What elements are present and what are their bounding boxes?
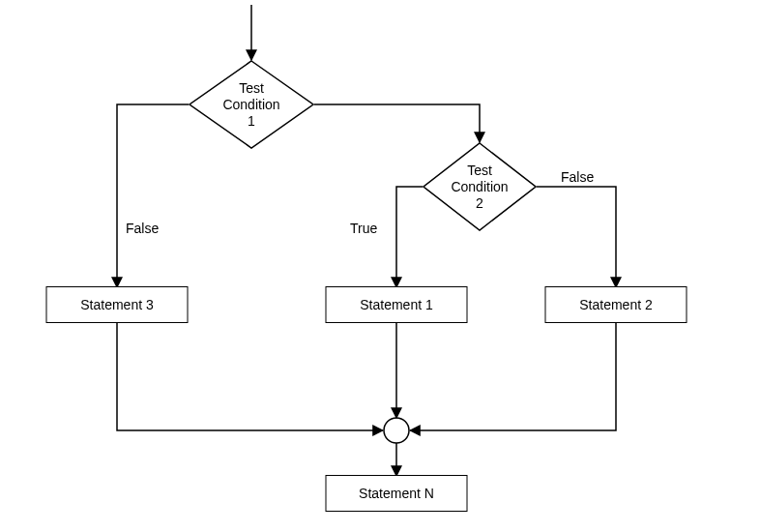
cond1-line3: 1	[248, 112, 255, 128]
process-statement-3-label: Statement 3	[80, 297, 154, 312]
process-statement-2: Statement 2	[545, 286, 687, 323]
arrow-s2-junction	[410, 322, 616, 430]
process-statement-1: Statement 1	[326, 286, 468, 323]
junction-circle	[384, 418, 409, 443]
arrow-s3-junction	[117, 322, 383, 430]
arrow-c1-s3	[117, 104, 189, 287]
flowchart-canvas: Test Condition 1 Test Condition 2 Statem…	[0, 0, 760, 532]
decision-condition-1-label: Test Condition 1	[222, 80, 279, 129]
cond2-line2: Condition	[451, 179, 508, 194]
decision-condition-1: Test Condition 1	[189, 60, 314, 149]
process-statement-n: Statement N	[326, 475, 468, 512]
process-statement-n-label: Statement N	[359, 486, 434, 501]
cond1-line1: Test	[239, 80, 264, 96]
cond2-line1: Test	[467, 163, 492, 178]
decision-condition-2-label: Test Condition 2	[451, 163, 508, 211]
cond2-line3: 2	[476, 194, 483, 210]
edge-label-true: True	[350, 221, 377, 236]
connector-layer	[0, 0, 760, 532]
edge-label-false-left: False	[126, 221, 159, 236]
decision-condition-2: Test Condition 2	[423, 142, 537, 231]
arrow-c2-s2	[537, 187, 616, 287]
process-statement-3: Statement 3	[46, 286, 189, 323]
process-statement-1-label: Statement 1	[360, 297, 433, 312]
cond1-line2: Condition	[222, 97, 279, 112]
arrow-c2-s1	[396, 187, 423, 287]
edge-label-false-right: False	[561, 169, 594, 185]
arrow-c1-c2	[314, 104, 480, 142]
process-statement-2-label: Statement 2	[579, 297, 653, 312]
